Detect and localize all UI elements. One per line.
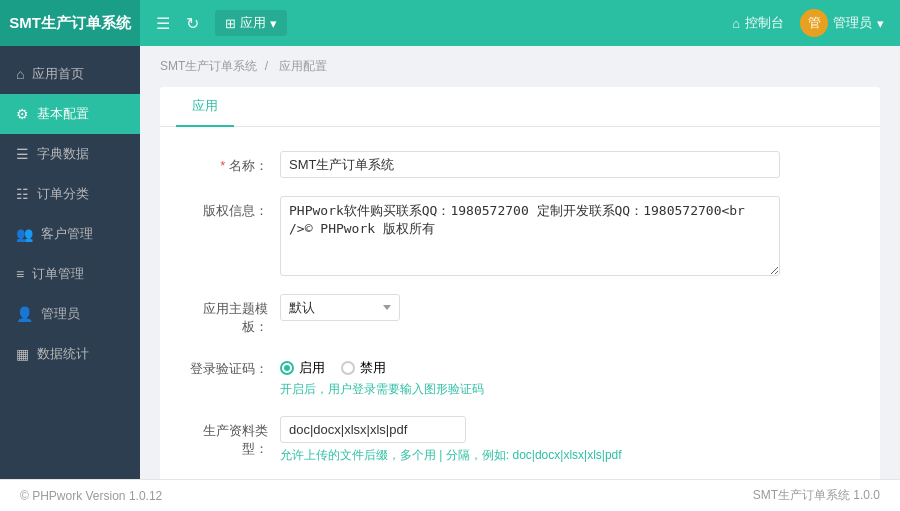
users-icon: 👥: [16, 226, 33, 242]
topnav-right: ⌂ 控制台 管 管理员 ▾: [732, 9, 900, 37]
form-row-copyright: 版权信息： PHPwork软件购买联系QQ：1980572700 定制开发联系Q…: [190, 196, 850, 276]
avatar: 管: [800, 9, 828, 37]
topnav: SMT生产订单系统 ☰ ↻ ⊞ 应用 ▾ ⌂ 控制台 管 管理员 ▾: [0, 0, 900, 46]
form-row-verify: 登录验证码： 启用 禁用 开启后，用户登录需要输入: [190, 354, 850, 398]
breadcrumb-sep: /: [265, 59, 272, 73]
console-link[interactable]: ⌂ 控制台: [732, 14, 784, 32]
card-tabs: 应用: [160, 87, 880, 127]
card-body: 名称： 版权信息： PHPwork软件购买联系QQ：1980572700 定制开…: [160, 127, 880, 479]
copyright-textarea[interactable]: PHPwork软件购买联系QQ：1980572700 定制开发联系QQ：1980…: [280, 196, 780, 276]
name-label: 名称：: [190, 151, 280, 175]
theme-select[interactable]: 默认: [280, 294, 400, 321]
chevron-down-icon: ▾: [270, 16, 277, 31]
sidebar: ⌂ 应用首页 ⚙ 基本配置 ☰ 字典数据 ☷ 订单分类 👥 客户管理 ≡ 订单管…: [0, 46, 140, 479]
admin-icon: 👤: [16, 306, 33, 322]
verify-label: 登录验证码：: [190, 354, 280, 378]
theme-label: 应用主题模板：: [190, 294, 280, 336]
filetype-wrapper: 允许上传的文件后缀，多个用 | 分隔，例如: doc|docx|xlsx|xls…: [280, 416, 622, 464]
refresh-icon[interactable]: ↻: [186, 14, 199, 33]
verify-options: 启用 禁用 开启后，用户登录需要输入图形验证码: [280, 354, 484, 398]
topnav-icons: ☰ ↻ ⊞ 应用 ▾: [140, 10, 732, 36]
sidebar-item-order-category[interactable]: ☷ 订单分类: [0, 174, 140, 214]
order-icon: ≡: [16, 266, 24, 282]
footer-right: SMT生产订单系统 1.0.0: [753, 487, 880, 504]
form-row-name: 名称：: [190, 151, 850, 178]
sidebar-item-home[interactable]: ⌂ 应用首页: [0, 54, 140, 94]
app-menu[interactable]: ⊞ 应用 ▾: [215, 10, 287, 36]
sidebar-item-data-stats[interactable]: ▦ 数据统计: [0, 334, 140, 374]
content: SMT生产订单系统 / 应用配置 应用 名称： 版权信息： PHPwork软件购…: [140, 46, 900, 479]
card: 应用 名称： 版权信息： PHPwork软件购买联系QQ：1980572700 …: [160, 87, 880, 479]
sidebar-item-customer[interactable]: 👥 客户管理: [0, 214, 140, 254]
radio-enabled[interactable]: 启用: [280, 359, 325, 377]
form-row-filetype: 生产资料类型： 允许上传的文件后缀，多个用 | 分隔，例如: doc|docx|…: [190, 416, 850, 464]
home-icon: ⌂: [16, 66, 24, 82]
name-input[interactable]: [280, 151, 780, 178]
sidebar-item-basic-config[interactable]: ⚙ 基本配置: [0, 94, 140, 134]
copyright-label: 版权信息：: [190, 196, 280, 220]
sidebar-item-dict-data[interactable]: ☰ 字典数据: [0, 134, 140, 174]
filetype-label: 生产资料类型：: [190, 416, 280, 458]
main-layout: ⌂ 应用首页 ⚙ 基本配置 ☰ 字典数据 ☷ 订单分类 👥 客户管理 ≡ 订单管…: [0, 46, 900, 479]
tab-app[interactable]: 应用: [176, 87, 234, 127]
admin-menu[interactable]: 管 管理员 ▾: [800, 9, 884, 37]
gear-icon: ⚙: [16, 106, 29, 122]
list-icon: ☰: [16, 146, 29, 162]
verify-hint: 开启后，用户登录需要输入图形验证码: [280, 381, 484, 398]
radio-disabled-circle: [341, 361, 355, 375]
footer-left: © PHPwork Version 1.0.12: [20, 489, 162, 503]
breadcrumb-root[interactable]: SMT生产订单系统: [160, 59, 257, 73]
category-icon: ☷: [16, 186, 29, 202]
sidebar-item-order-manage[interactable]: ≡ 订单管理: [0, 254, 140, 294]
breadcrumb: SMT生产订单系统 / 应用配置: [160, 58, 880, 75]
chevron-down-icon: ▾: [877, 16, 884, 31]
home-icon: ⌂: [732, 16, 740, 31]
app-menu-icon: ⊞: [225, 16, 236, 31]
filetype-input[interactable]: [280, 416, 466, 443]
menu-icon[interactable]: ☰: [156, 14, 170, 33]
radio-disabled[interactable]: 禁用: [341, 359, 386, 377]
form-row-theme: 应用主题模板： 默认: [190, 294, 850, 336]
filetype-hint: 允许上传的文件后缀，多个用 | 分隔，例如: doc|docx|xlsx|xls…: [280, 447, 622, 464]
radio-group-verify: 启用 禁用: [280, 354, 484, 377]
brand: SMT生产订单系统: [0, 0, 140, 46]
sidebar-item-admin[interactable]: 👤 管理员: [0, 294, 140, 334]
footer: © PHPwork Version 1.0.12 SMT生产订单系统 1.0.0: [0, 479, 900, 511]
chart-icon: ▦: [16, 346, 29, 362]
radio-enabled-circle: [280, 361, 294, 375]
